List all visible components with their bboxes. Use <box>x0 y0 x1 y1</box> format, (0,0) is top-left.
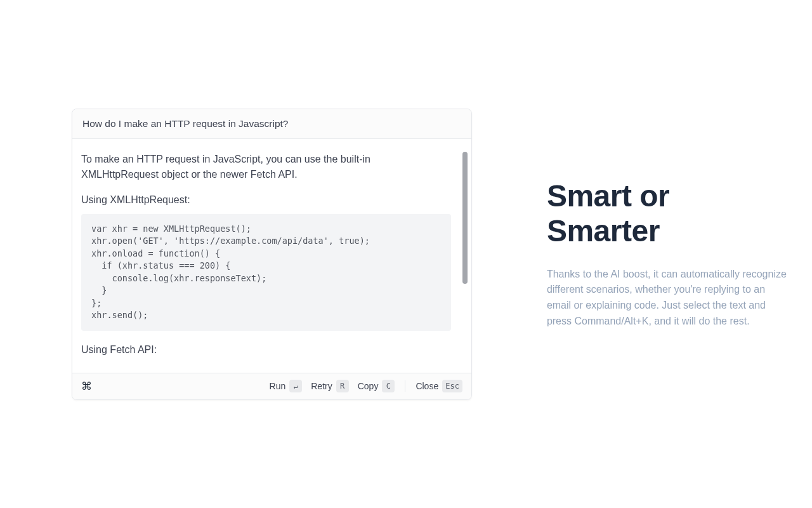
page-container: How do I make an HTTP request in Javascr… <box>0 0 812 508</box>
xhr-code-block[interactable]: var xhr = new XMLHttpRequest(); xhr.open… <box>81 214 451 331</box>
dialog-header: How do I make an HTTP request in Javascr… <box>72 109 471 139</box>
copy-label: Copy <box>358 381 379 391</box>
headline: Smart or Smarter <box>547 178 787 248</box>
copy-button[interactable]: Copy C <box>358 380 395 392</box>
r-key-badge: R <box>336 380 349 392</box>
marketing-column: Smart or Smarter Thanks to the AI boost,… <box>547 178 787 330</box>
ai-chat-dialog: How do I make an HTTP request in Javascr… <box>72 109 472 400</box>
xhr-section-label: Using XMLHttpRequest: <box>81 192 462 208</box>
footer-actions: Run ↵ Retry R Copy C Close Esc <box>270 380 462 392</box>
dialog-body: To make an HTTP request in JavaScript, y… <box>72 139 471 373</box>
response-content[interactable]: To make an HTTP request in JavaScript, y… <box>81 152 462 358</box>
scrollbar-track[interactable] <box>462 152 468 360</box>
esc-key-badge: Esc <box>442 380 462 392</box>
command-icon[interactable]: ⌘ <box>81 380 92 393</box>
prompt-text[interactable]: How do I make an HTTP request in Javascr… <box>82 118 461 130</box>
footer-left: ⌘ <box>81 380 92 393</box>
dialog-footer: ⌘ Run ↵ Retry R Copy C Close Esc <box>72 373 471 399</box>
retry-label: Retry <box>311 381 332 391</box>
run-label: Run <box>270 381 286 391</box>
retry-button[interactable]: Retry R <box>311 380 348 392</box>
separator <box>405 380 405 392</box>
scrollbar-thumb[interactable] <box>462 152 468 284</box>
fetch-section-label: Using Fetch API: <box>81 342 462 358</box>
c-key-badge: C <box>382 380 395 392</box>
close-button[interactable]: Close Esc <box>416 380 462 392</box>
run-button[interactable]: Run ↵ <box>270 380 303 392</box>
description: Thanks to the AI boost, it can automatic… <box>547 267 787 330</box>
close-label: Close <box>416 381 438 391</box>
response-intro: To make an HTTP request in JavaScript, y… <box>81 152 462 182</box>
enter-key-badge: ↵ <box>289 380 302 392</box>
